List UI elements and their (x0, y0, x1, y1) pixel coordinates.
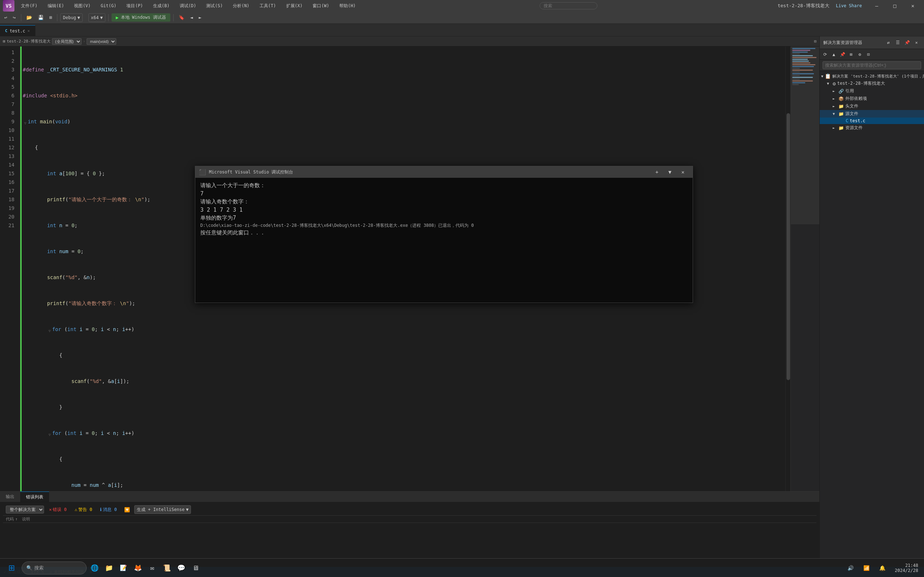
run-btn[interactable]: ▶ 本地 Windows 调试器 (111, 13, 170, 22)
sol-expand-btn[interactable]: ⊡ (864, 50, 872, 58)
tree-resources[interactable]: ► 📁 资源文件 (820, 124, 924, 132)
console-line-7: 按任意键关闭此窗口．．． (200, 229, 688, 237)
warn-count-badge[interactable]: ⚠ 警告 0 (72, 506, 95, 514)
col-desc-up[interactable]: 说明 (22, 516, 30, 522)
bookmark-btn[interactable]: 🔖 (176, 14, 187, 21)
console-new-tab-btn[interactable]: + (651, 167, 663, 177)
menu-debug[interactable]: 调试(D) (176, 2, 200, 10)
output-tab[interactable]: 输出 (0, 492, 20, 502)
taskbar-app-7[interactable]: 💬 (175, 561, 188, 574)
ln-16: 16 (0, 178, 16, 187)
collapse-15[interactable]: ▽ (47, 430, 52, 436)
menu-project[interactable]: 项目(P) (123, 2, 147, 10)
taskbar-right: 🔊 📶 🔔 21:48 2024/2/28 (844, 561, 921, 574)
maximize-btn[interactable]: □ (887, 0, 903, 11)
collapse-3[interactable]: ▽ (23, 119, 28, 124)
menu-help[interactable]: 帮助(H) (336, 2, 360, 10)
taskbar-app-8[interactable]: 🖥 (189, 561, 202, 574)
start-btn[interactable]: ⊞ (3, 561, 20, 575)
code-line-15: ▽for (int i = 0; i < n; i++) (23, 429, 785, 437)
editor-scrollbar[interactable] (785, 47, 790, 491)
menu-git[interactable]: Git(G) (97, 2, 120, 10)
redo-btn[interactable]: ↪ (11, 14, 18, 21)
function-select[interactable]: main(void) (87, 38, 116, 45)
close-btn[interactable]: ✕ (905, 0, 921, 11)
menu-analyze[interactable]: 分析(N) (229, 2, 253, 10)
intellisense-dropdown[interactable]: 生成 + IntelliSense ▼ (134, 505, 191, 514)
nav-btn-1[interactable]: ◄ (188, 14, 195, 21)
taskbar-app-3[interactable]: 📝 (117, 561, 130, 574)
pin-btn[interactable]: 📌 (903, 39, 911, 47)
sol-sync-btn[interactable]: ⟳ (821, 50, 829, 58)
breadcrumb-toggle[interactable]: ⊞ (3, 39, 5, 44)
tree-headers[interactable]: ► 📁 头文件 (820, 102, 924, 110)
menu-test[interactable]: 测试(S) (202, 2, 226, 10)
sync-btn[interactable]: ⇄ (884, 39, 892, 47)
taskbar-app-2[interactable]: 📁 (102, 561, 115, 574)
tree-references[interactable]: ► 🔗 引用 (820, 87, 924, 95)
res-icon: 📁 (838, 126, 844, 131)
tree-project[interactable]: ▼ ⚙ test-2-28-博客找老大 (820, 80, 924, 87)
platform-dropdown[interactable]: x64 ▼ (89, 13, 105, 22)
sol-settings-btn[interactable]: ⚙ (856, 50, 864, 58)
solution-toolbar: ⟳ ▲ 📌 ⊞ ⚙ ⊡ (820, 49, 924, 60)
sol-pin-btn[interactable]: 📌 (838, 50, 846, 58)
ln-5: 5 (0, 82, 16, 91)
tree-src-files[interactable]: ▼ 📁 源文件 (820, 110, 924, 118)
taskbar-time[interactable]: 21:48 2024/2/28 (892, 562, 921, 574)
open-btn[interactable]: 📂 (24, 14, 34, 21)
tab-test-c[interactable]: C test.c ✕ (0, 25, 36, 36)
error-toolbar: 整个解决方案 ✕ 错误 0 ⚠ 警告 0 ℹ 消息 0 🔽 (3, 504, 816, 516)
save-btn[interactable]: 💾 (36, 14, 46, 21)
config-dropdown[interactable]: Debug ▼ (60, 13, 82, 22)
console-close-btn[interactable]: ✕ (677, 167, 689, 177)
tab-close-btn[interactable]: ✕ (27, 29, 30, 33)
taskbar-sys-2[interactable]: 📶 (860, 561, 873, 574)
error-list-tab[interactable]: 错误列表 (20, 492, 49, 502)
menu-file[interactable]: 文件(F) (17, 2, 41, 10)
filter-btn[interactable]: 🔽 (122, 506, 132, 513)
tree-ext-deps[interactable]: ► 📦 外部依赖项 (820, 95, 924, 102)
ln-19: 19 (0, 204, 16, 213)
tree-solution-root[interactable]: ▼ 📋 解决方案 'test-2-28-博客找老大' (1个项目，共1) (820, 73, 924, 80)
sol-collapse-btn[interactable]: ▲ (830, 50, 838, 58)
scope-select[interactable]: (全局范围) (52, 38, 82, 45)
taskbar-notification-btn[interactable]: 🔔 (876, 561, 889, 574)
save-all-btn[interactable]: ⊞ (47, 14, 55, 21)
console-content: 请输入一个大于一的奇数： 7 请输入奇数个数字： 3 2 1 7 2 3 1 单… (195, 178, 693, 303)
taskbar-app-1[interactable]: 🌐 (88, 561, 101, 574)
code-line-11: ▽for (int i = 0; i < n; i++) (23, 325, 785, 334)
info-count-badge[interactable]: ℹ 消息 0 (97, 506, 120, 514)
solution-search-input[interactable] (822, 61, 921, 69)
menu-build[interactable]: 生成(B) (149, 2, 173, 10)
live-share-btn[interactable]: Live Share (832, 2, 866, 10)
nav-btn-2[interactable]: ► (196, 14, 204, 21)
menu-edit[interactable]: 编辑(E) (44, 2, 68, 10)
sol-filter-btn[interactable]: ⊞ (847, 50, 855, 58)
col-code-up[interactable]: 代码 (6, 516, 14, 522)
taskbar-search-icon: 🔍 (26, 565, 32, 571)
scope-dropdown[interactable]: 整个解决方案 (6, 506, 44, 514)
taskbar-sys-1[interactable]: 🔊 (844, 561, 857, 574)
console-window-controls: + ▼ ✕ (651, 167, 689, 177)
expand-btn[interactable]: ⊟ (814, 39, 816, 44)
properties-btn[interactable]: ☰ (894, 39, 901, 47)
menu-window[interactable]: 窗口(W) (309, 2, 333, 10)
menu-ext[interactable]: 扩展(X) (283, 2, 307, 10)
taskbar-app-4[interactable]: 🦊 (131, 561, 144, 574)
collapse-11[interactable]: ▽ (47, 327, 52, 332)
search-input[interactable] (540, 2, 597, 10)
console-dropdown-btn[interactable]: ▼ (664, 167, 676, 177)
scrollbar-thumb[interactable] (787, 113, 790, 380)
app-title: test-2-28-博客找老大 (777, 3, 829, 9)
menu-view[interactable]: 视图(V) (70, 2, 94, 10)
taskbar-app-6[interactable]: 📜 (160, 561, 173, 574)
menu-tools[interactable]: 工具(T) (256, 2, 280, 10)
undo-btn[interactable]: ↩ (2, 14, 10, 21)
tree-test-c[interactable]: ► C test.c (820, 118, 924, 124)
taskbar-app-5[interactable]: ✉ (146, 561, 159, 574)
minimize-btn[interactable]: — (868, 0, 885, 11)
close-panel-btn[interactable]: ✕ (913, 39, 921, 47)
error-count-badge[interactable]: ✕ 错误 0 (46, 506, 69, 514)
taskbar-search[interactable]: 🔍 搜索 (22, 561, 87, 574)
